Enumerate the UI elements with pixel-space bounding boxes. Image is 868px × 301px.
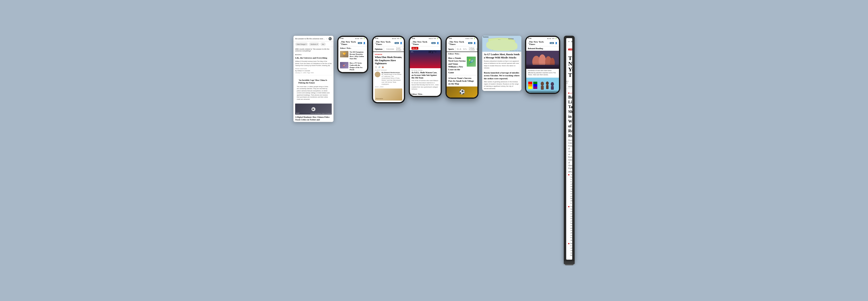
desktop-hamburger[interactable]: ≡ (568, 40, 569, 43)
nyt-masthead: The New York Times Thursday, June 16, 20… (566, 54, 572, 85)
sub-badge[interactable]: Sub (358, 42, 362, 44)
author-name: By Edward Niedermeyer (381, 72, 402, 73)
live-stories-bar: LIVE Russia-Ukraine War 7m ago | Roe v. … (566, 45, 572, 54)
guest-essay-label: GUEST ESSAY (375, 69, 402, 71)
close-icon[interactable]: × (326, 38, 327, 40)
nyt-masthead-title[interactable]: The New York Times (568, 55, 570, 78)
china-article-excerpt: The more than 1.4 billion people living … (295, 86, 332, 102)
share-icon-3[interactable]: 📤 (381, 66, 384, 68)
ep-card-1[interactable]: 🏆 Not All Champions Become Dynasties. He… (338, 50, 367, 61)
author-avatar (375, 72, 380, 77)
date-range-filter[interactable]: Date Range ▾ (295, 43, 308, 46)
dateline-1: January 17, 1999, Page 7009 (293, 72, 333, 75)
svg-rect-13 (526, 65, 559, 69)
results-count: 2892 results related to "the answer to l… (293, 47, 333, 53)
editors-picks-label[interactable]: Editors' Picks (340, 47, 351, 49)
author-byline: By Edward Niedermeyer Mr. Niedermeyer is… (375, 72, 402, 85)
user-icon[interactable]: 👤 (363, 42, 366, 44)
svg-point-12 (550, 58, 555, 68)
main-headline[interactable]: Battle Lines Take Shape in Wake of Roe R… (568, 95, 570, 138)
article-body: Updates Anti-abortion forces vowed to se… (568, 171, 570, 258)
user-icon-7[interactable]: 👤 (555, 42, 557, 44)
user-icon-4[interactable]: 👤 (437, 42, 439, 44)
svg-rect-26 (551, 86, 554, 90)
svg-text:Kyiv: Kyiv (498, 39, 500, 40)
nfl-article-title[interactable]: As N.F.L. Mulls Watson Case, an Accuser … (411, 71, 439, 79)
sub-badge-7[interactable]: Sub (550, 42, 554, 44)
opinion-tag: OPINION (375, 54, 402, 55)
opinions-nav-bar: Opinions Columnists Guest Essays Edi (373, 46, 404, 52)
ukraine-map: RUSSIA Kyiv Donbas RUSSIA UKRAINE The Ne… (482, 36, 521, 52)
section-navigation: World U.S. Politics N.Y. Business Opinio… (566, 85, 572, 89)
live-dot (568, 93, 569, 94)
today-paper-link[interactable]: Today's Paper (566, 78, 569, 84)
nfl-tab[interactable]: N.F.L. (462, 47, 468, 51)
share-icon-2[interactable]: 🔗 (378, 66, 380, 68)
russia-label: RUSSIA (483, 36, 489, 38)
sections-filter[interactable]: Sections ▾ (309, 43, 319, 46)
sub-badge-4[interactable]: Sub (431, 42, 436, 44)
aut-filter[interactable]: Aut (320, 43, 326, 46)
mlb-tab[interactable]: M.L.B. (456, 47, 462, 51)
svg-text:RUSSIA: RUSSIA (508, 38, 514, 39)
nyt-logo-3: The New York Times (376, 40, 395, 45)
bullet-2 (568, 206, 569, 207)
nb-tab[interactable]: N.B. (475, 47, 477, 51)
college-football-tab[interactable]: College Football (468, 46, 475, 52)
guest-essays-nav[interactable]: Guest Essays (395, 46, 402, 52)
share-icon-1[interactable]: 📋 (375, 66, 377, 68)
sports-label[interactable]: Sports (448, 47, 455, 51)
phone-related-reading: 9:41 ▲▲▲WiFi🔋 ≡ The New York Times Sub 👤… (525, 36, 560, 94)
china-article-title[interactable]: 'An Invisible Cage' How China Is Policin… (297, 79, 330, 85)
sub-badge-3[interactable]: Sub (395, 42, 399, 44)
sub-badge-5[interactable]: Sub (468, 42, 472, 44)
sections-label[interactable]: Sections (571, 40, 572, 42)
phone-sports: 9:41 ▲▲▲WiFi🔋 ≡ The New York Times Sub 👤… (445, 36, 478, 99)
status-time: 9:41 (340, 37, 344, 39)
map-svg: Kyiv Donbas RUSSIA UKRAINE (482, 36, 521, 52)
search-query-display: the answer to life the universe everythi… (295, 38, 325, 40)
byline-1: By William R. Everdell (293, 70, 333, 72)
article-title-life-universe[interactable]: Life, the Universe and Everything (293, 56, 333, 60)
nyt-logo-4: The New York Times (413, 40, 431, 45)
opinion-title[interactable]: When Elon Musk Dreams, His Employees Hav… (375, 56, 402, 65)
laptop-frame: ≡ Sections 🔍 U.S. International Canada E… (564, 36, 575, 261)
editors-picks-4[interactable]: Editors' Picks (411, 93, 422, 95)
live-text: LIVE (570, 92, 572, 94)
svg-rect-18 (533, 82, 537, 84)
ep-card-img-1: 🏆 (340, 51, 348, 57)
russia-excerpt: After weeks of grinding advances in the … (484, 81, 520, 90)
mlb-badge[interactable]: M.L.B. (411, 47, 418, 49)
section-books-label: Books (293, 53, 333, 56)
tennis-article[interactable]: How a Tennis Nerd Gave Serena and Venus … (447, 55, 477, 75)
svg-point-21 (541, 82, 544, 86)
update-3: Rudy Giuliani is struck while campaignin… (568, 242, 572, 257)
nfl-article-excerpt: One of the 24 women who sued Watson for … (411, 80, 439, 90)
ep-card-2[interactable]: 🎸 How a TV Series Undersells the Danger … (338, 61, 367, 72)
main-article-section: LIVE Battle Lines Take Shape in Wake of … (566, 89, 572, 260)
search-button[interactable]: 🔍 (329, 37, 332, 40)
opinions-label[interactable]: Opinions (375, 47, 384, 51)
user-icon-5[interactable]: 👤 (473, 42, 476, 44)
opinion-date: June 1, 2022 (375, 86, 402, 88)
svg-point-25 (551, 82, 554, 86)
digital-manhunt-title[interactable]: A Digital Manhunt: How Chinese Police Tr… (293, 115, 333, 122)
user-icon-3[interactable]: 👤 (400, 42, 402, 44)
edi-nav[interactable]: Edi (402, 47, 404, 51)
play-button[interactable]: ▶ (311, 107, 315, 111)
sports-nav-bar: Sports M.L.B. N.F.L. College Football N.… (447, 46, 477, 52)
svg-rect-24 (546, 85, 549, 89)
columnists-nav[interactable]: Columnists (385, 47, 395, 51)
russia-barrage-title[interactable]: Russia launched a barrage of missiles ac… (484, 71, 520, 80)
svg-text:UKRAINE: UKRAINE (492, 49, 497, 51)
soccer-article-title[interactable]: A Soccer Team's Success Puts Its Small A… (447, 75, 477, 87)
update-1: Anti-abortion forces vowed to seek bans … (568, 174, 572, 205)
nyt-desktop: ≡ Sections 🔍 U.S. International Canada E… (566, 38, 572, 260)
nav-world[interactable]: World (568, 86, 572, 88)
related-reading-header: Releated Reading › (526, 46, 559, 51)
nyt-top-bar: ≡ Sections 🔍 U.S. International Canada E… (566, 38, 572, 45)
live-indicator: LIVE (568, 92, 572, 94)
g7-title[interactable]: As G7 Leaders Meet, Russia Sends a Messa… (484, 53, 520, 59)
svg-rect-27 (526, 91, 559, 93)
svg-rect-16 (528, 84, 532, 87)
